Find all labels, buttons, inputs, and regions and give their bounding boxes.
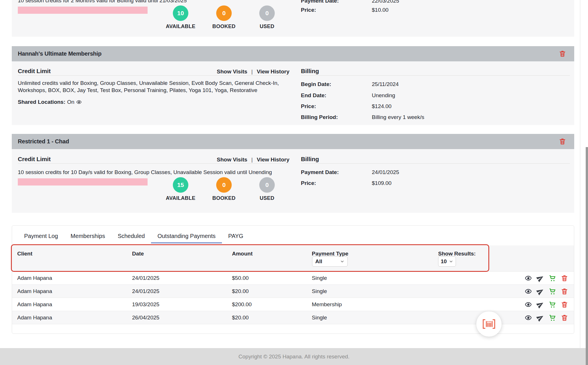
trash-icon: [561, 301, 568, 308]
purchase-payment-button[interactable]: [548, 300, 557, 309]
send-payment-button[interactable]: [536, 287, 545, 296]
purchase-payment-button[interactable]: [548, 313, 557, 322]
send-payment-button[interactable]: [536, 274, 545, 282]
eye-icon: [525, 301, 532, 308]
booked-label: BOOKED: [207, 24, 241, 30]
payment-row: Adam Hapana 24/01/2025 $50.00 Single: [12, 272, 574, 285]
delete-membership-button[interactable]: [558, 137, 567, 146]
delete-payment-button[interactable]: [560, 287, 569, 296]
view-history-link[interactable]: View History: [257, 69, 289, 75]
eye-icon: [525, 314, 532, 321]
tab-memberships[interactable]: Memberships: [64, 229, 111, 243]
tab-payg[interactable]: PAYG: [222, 229, 250, 243]
payment-row-amount: $200.00: [232, 301, 312, 308]
payment-type-select[interactable]: All: [312, 256, 348, 267]
payment-row-actions: [524, 274, 574, 282]
payment-row: Adam Hapana 24/01/2025 $20.00 Single: [12, 285, 574, 298]
eye-icon: [525, 288, 532, 295]
divider: [18, 163, 289, 164]
membership-title: Restricted 1 - Chad: [18, 138, 69, 145]
show-results-label: Show Results:: [438, 251, 476, 257]
cart-icon: [549, 301, 556, 308]
stat-booked: 0 BOOKED: [207, 177, 241, 201]
column-client: Client: [17, 251, 32, 257]
used-label: USED: [250, 195, 284, 201]
credit-description: 10 session credits for 2 Month/s valid f…: [18, 0, 187, 4]
view-payment-button[interactable]: [524, 300, 533, 309]
payment-row-amount: $50.00: [232, 275, 312, 281]
used-label: USED: [250, 24, 284, 30]
payment-row-client: Adam Hapana: [17, 301, 132, 308]
show-results-select[interactable]: 10: [438, 256, 456, 267]
tab-scheduled[interactable]: Scheduled: [111, 229, 151, 243]
show-visits-link[interactable]: Show Visits: [217, 157, 247, 163]
tab-outstanding-payments[interactable]: Outstanding Payments: [151, 229, 222, 243]
scrollbar-thumb[interactable]: [586, 147, 588, 365]
membership-card-restricted: Restricted 1 - Chad Credit Limit Show Vi…: [12, 134, 574, 213]
links-separator: |: [251, 157, 253, 163]
payment-row-actions: [524, 287, 574, 296]
card-links: Show Visits | View History: [217, 69, 289, 75]
shared-locations: Shared Locations: On: [18, 99, 82, 105]
trash-icon: [561, 314, 568, 321]
delete-payment-button[interactable]: [560, 313, 569, 322]
billing-row: End Date: Unending: [301, 92, 570, 99]
page-footer: Copyright © 2025 Hapana. All rights rese…: [0, 348, 588, 365]
billing-row: Payment Date: 24/01/2025: [301, 169, 570, 175]
view-payment-button[interactable]: [524, 274, 533, 282]
credit-limit-title: Credit Limit: [18, 68, 51, 75]
available-label: AVAILABLE: [163, 24, 198, 30]
purchase-payment-button[interactable]: [548, 274, 557, 282]
available-count: 10: [173, 5, 188, 21]
column-amount: Amount: [232, 251, 253, 257]
membership-card-header: Restricted 1 - Chad: [12, 134, 574, 149]
billing-label: Payment Date:: [301, 0, 372, 4]
shared-locations-value: On: [67, 99, 74, 105]
chevron-down-icon: [449, 259, 453, 264]
column-date: Date: [132, 251, 144, 257]
payment-type-value: All: [315, 258, 322, 265]
paper-plane-icon: [535, 313, 546, 323]
scan-barcode-button[interactable]: [476, 311, 502, 337]
payment-row-amount: $20.00: [232, 288, 312, 294]
send-payment-button[interactable]: [536, 300, 545, 309]
view-payment-button[interactable]: [524, 313, 533, 322]
membership-title: Hannah's Ultimate Membership: [18, 50, 101, 57]
billing-label: Price:: [301, 7, 372, 13]
membership-card-hannah: Hannah's Ultimate Membership Credit Limi…: [12, 46, 574, 125]
view-payment-button[interactable]: [524, 287, 533, 296]
trash-icon: [559, 138, 566, 145]
delete-payment-button[interactable]: [560, 274, 569, 282]
available-label: AVAILABLE: [163, 195, 198, 201]
billing-row: Billing Period: Billing every 1 week/s: [301, 114, 570, 120]
view-history-link[interactable]: View History: [257, 157, 289, 163]
send-payment-button[interactable]: [536, 313, 545, 322]
billing-value: $109.00: [372, 180, 392, 186]
stat-available: 10 AVAILABLE: [163, 5, 198, 30]
delete-payment-button[interactable]: [560, 300, 569, 309]
show-visits-link[interactable]: Show Visits: [217, 69, 247, 75]
divider: [301, 75, 570, 76]
used-count: 0: [259, 177, 275, 193]
payment-row: Adam Hapana 19/03/2025 $200.00 Membershi…: [12, 298, 574, 311]
eye-icon: [525, 274, 532, 282]
billing-label: Price:: [301, 180, 372, 186]
billing-row: Payment Date: 22/03/2025: [301, 0, 570, 4]
billing-value: 24/01/2025: [372, 169, 399, 175]
delete-membership-button[interactable]: [558, 49, 567, 58]
stat-used: 0 USED: [250, 177, 284, 201]
billing-title: Billing: [301, 68, 319, 75]
payments-tabs: Payment Log Memberships Scheduled Outsta…: [18, 229, 249, 243]
show-results-value: 10: [441, 258, 447, 265]
payment-row-type: Single: [312, 275, 524, 281]
payment-row-actions: [524, 300, 574, 309]
payment-row-date: 24/01/2025: [132, 275, 232, 281]
links-separator: |: [251, 69, 253, 75]
purchase-payment-button[interactable]: [548, 287, 557, 296]
divider: [18, 75, 289, 76]
copyright-text: Copyright © 2025 Hapana. All rights rese…: [239, 354, 350, 360]
trash-icon: [559, 50, 566, 57]
payments-table-header: Client Date Amount Payment Type All Show…: [12, 245, 574, 272]
tab-payment-log[interactable]: Payment Log: [18, 229, 64, 243]
eye-icon[interactable]: [76, 99, 82, 105]
